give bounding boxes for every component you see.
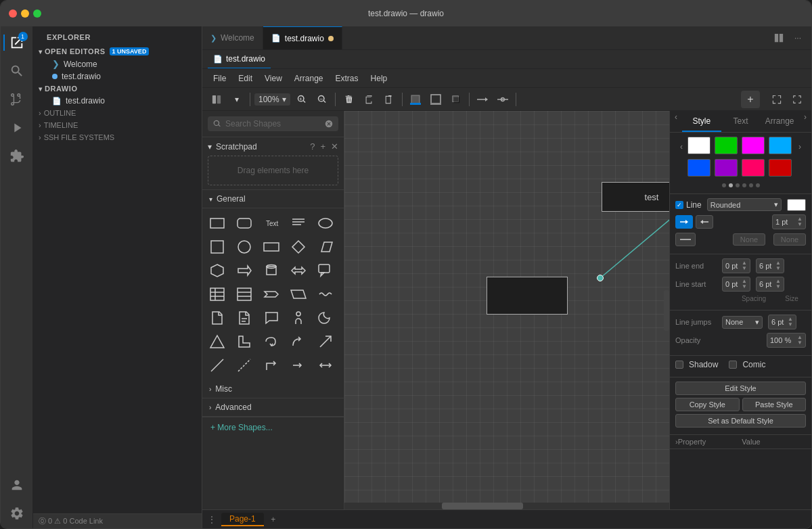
menu-view[interactable]: View	[259, 72, 288, 85]
view-toggle-btn[interactable]	[208, 91, 225, 108]
shape-wave[interactable]	[315, 283, 336, 305]
shape-table[interactable]	[206, 283, 228, 305]
diagram-box-test[interactable]: test	[602, 182, 669, 212]
h-scrollbar-thumb[interactable]	[442, 503, 523, 509]
line-color-swatch[interactable]	[787, 199, 806, 211]
shape-chevron[interactable]	[261, 283, 282, 305]
line-jumps-size[interactable]: 6 pt ▲ ▼	[768, 315, 796, 329]
property-table-header[interactable]: › Property Value	[670, 435, 811, 449]
scratchpad-add[interactable]: +	[320, 141, 325, 152]
shape-diamond[interactable]	[288, 236, 309, 258]
line-end-val2[interactable]: 6 pt ▲ ▼	[756, 258, 784, 273]
props-tab-arrange[interactable]: Arrange	[760, 111, 799, 132]
jumps-stepper[interactable]: ▲ ▼	[788, 317, 793, 327]
stepper-start2[interactable]: ▲ ▼	[775, 279, 781, 290]
add-page-btn[interactable]: +	[267, 513, 280, 526]
activity-run[interactable]	[3, 114, 30, 141]
line-end-none[interactable]: None	[773, 233, 806, 246]
shape-circle[interactable]	[233, 236, 255, 258]
maximize-button[interactable]	[33, 9, 41, 18]
line-checkbox[interactable]: ✓	[675, 201, 683, 209]
shadow-checkbox[interactable]	[675, 361, 683, 369]
zoom-control[interactable]: 100% ▾	[254, 93, 290, 106]
swatch-pink[interactable]	[742, 159, 765, 177]
file-test-drawio[interactable]: test.drawio	[33, 70, 202, 83]
line-start-none[interactable]: None	[733, 233, 765, 246]
copy-btn[interactable]	[360, 91, 378, 108]
tab-test-drawio[interactable]: 📄 test.drawio	[263, 26, 342, 49]
activity-search[interactable]	[3, 58, 30, 85]
menu-help[interactable]: Help	[365, 72, 393, 85]
shape-list[interactable]	[233, 283, 255, 305]
line-jumps-select[interactable]: None ▾	[722, 316, 763, 329]
stepper-down[interactable]: ▼	[797, 222, 803, 227]
fill-color-btn[interactable]	[407, 91, 424, 108]
view-dropdown-btn[interactable]: ▾	[228, 91, 246, 108]
shape-parallelogram[interactable]	[315, 236, 336, 258]
swatch-blue[interactable]	[687, 159, 710, 177]
ssh-section[interactable]: › SSH FILE SYSTEMS	[33, 131, 202, 143]
shape-curved-arrow[interactable]	[288, 331, 309, 352]
shape-diagonal-arrow[interactable]	[315, 331, 336, 352]
add-btn[interactable]: +	[741, 91, 760, 108]
menu-file[interactable]: File	[208, 72, 231, 85]
file-welcome[interactable]: ❯ Welcome	[33, 58, 202, 70]
activity-source-control[interactable]	[3, 86, 30, 113]
swatch-magenta[interactable]	[742, 137, 765, 154]
minimize-button[interactable]	[21, 9, 29, 18]
shape-arrows-lr[interactable]	[288, 260, 309, 281]
split-editor-btn[interactable]	[771, 30, 787, 46]
shape-triangle[interactable]	[206, 331, 228, 352]
zoom-in-btn[interactable]	[293, 91, 311, 108]
h-scrollbar[interactable]	[344, 503, 669, 509]
shape-loop-arrow[interactable]	[261, 331, 282, 352]
props-tab-text[interactable]: Text	[721, 111, 761, 132]
props-tab-style[interactable]: Style	[682, 111, 721, 132]
search-shapes-input[interactable]	[225, 119, 321, 129]
canvas-area[interactable]: test	[344, 111, 669, 509]
line-start-val1[interactable]: 0 pt ▲ ▼	[722, 277, 750, 292]
misc-section-header[interactable]: › Misc	[202, 380, 344, 398]
line-start-val2[interactable]: 6 pt ▲ ▼	[756, 277, 784, 292]
shape-ellipse[interactable]	[315, 212, 336, 234]
delete-btn[interactable]	[340, 91, 357, 108]
shape-cylinder[interactable]	[261, 260, 282, 281]
shape-rounded-rect[interactable]	[233, 212, 255, 234]
fullscreen-btn[interactable]	[788, 91, 806, 108]
shape-person[interactable]	[288, 307, 309, 329]
copy-style-btn[interactable]: Copy Style	[675, 398, 740, 411]
menu-edit[interactable]: Edit	[233, 72, 258, 85]
shape-bent-arrow[interactable]	[261, 354, 282, 376]
line-width-stepper[interactable]: ▲ ▼	[797, 216, 803, 227]
line-style-select[interactable]: Rounded ▾	[707, 198, 782, 211]
shape-bidirectional-arrow[interactable]	[315, 354, 336, 376]
waypoint-btn[interactable]	[494, 91, 512, 108]
shape-speech[interactable]	[261, 307, 282, 329]
shape-short-arrow[interactable]	[288, 354, 309, 376]
line-width-input[interactable]: 1 pt ▲ ▼	[772, 214, 806, 229]
shape-wide-rect[interactable]	[261, 236, 282, 258]
line-start-style-btn[interactable]	[675, 233, 696, 246]
close-button[interactable]	[9, 9, 17, 18]
comic-checkbox[interactable]	[729, 361, 737, 369]
secondary-tab-drawio[interactable]: 📄 test.drawio	[208, 50, 271, 68]
more-actions-btn[interactable]: ···	[790, 30, 806, 46]
page-tab-1[interactable]: Page-1	[221, 513, 264, 526]
swatch-white[interactable]	[687, 137, 710, 154]
shape-arrow-right[interactable]	[233, 260, 255, 281]
scratchpad-close[interactable]: ✕	[331, 141, 338, 152]
connection-point-2[interactable]	[597, 275, 604, 281]
shape-crescent[interactable]	[315, 307, 336, 329]
swatch-cyan[interactable]	[769, 137, 792, 154]
shape-text-block[interactable]	[288, 212, 309, 234]
menu-arrange[interactable]: Arrange	[289, 72, 329, 85]
shape-square[interactable]	[206, 236, 228, 258]
swatch-purple[interactable]	[715, 159, 738, 177]
timeline-section[interactable]: › TIMELINE	[33, 119, 202, 131]
line-color-btn[interactable]	[427, 91, 445, 108]
outline-section[interactable]: › OUTLINE	[33, 107, 202, 119]
props-next-btn[interactable]: ›	[799, 111, 811, 123]
line-dir-right-btn[interactable]	[675, 215, 693, 229]
connection-arrow-btn[interactable]	[474, 91, 491, 108]
stepper-end1[interactable]: ▲ ▼	[742, 260, 747, 271]
